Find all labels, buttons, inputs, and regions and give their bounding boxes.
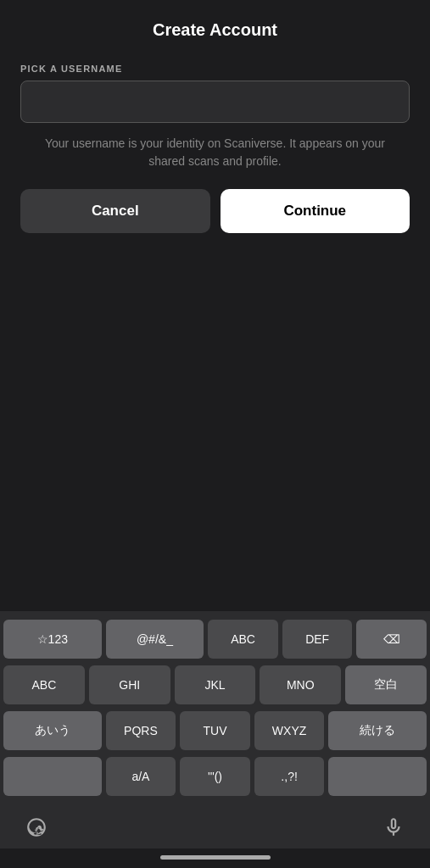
cancel-button[interactable]: Cancel	[20, 189, 210, 233]
header: Create Account	[0, 0, 430, 48]
key-tuv[interactable]: TUV	[180, 711, 250, 750]
field-label: PICK A USERNAME	[20, 64, 410, 74]
key-space-ja[interactable]: 空白	[345, 665, 427, 704]
key-abc[interactable]: ABC	[208, 620, 278, 659]
key-mno[interactable]: MNO	[260, 665, 341, 704]
key-punctuation[interactable]: '"()	[180, 757, 250, 796]
username-input[interactable]	[20, 81, 410, 123]
button-row: Cancel Continue	[0, 170, 430, 233]
key-dotcomma[interactable]: .,?!	[254, 757, 325, 796]
key-wxyz[interactable]: WXYZ	[254, 711, 325, 750]
home-indicator-bar	[0, 849, 430, 868]
key-aiueo[interactable]: あいう	[3, 711, 102, 750]
home-indicator	[160, 855, 271, 860]
key-ghi[interactable]: GHI	[89, 665, 170, 704]
form-area: PICK A USERNAME Your username is your id…	[0, 48, 430, 170]
key-special-chars[interactable]: @#/&_	[106, 620, 204, 659]
keyboard-row-3: あいう PQRS TUV WXYZ 続ける	[3, 711, 427, 750]
continue-button[interactable]: Continue	[221, 189, 410, 233]
key-case-toggle[interactable]: a/A	[106, 757, 176, 796]
page-title: Create Account	[153, 20, 277, 39]
keyboard: ☆123 @#/&_ ABC DEF ⌫ ABC GHI JKL MNO 空白 …	[0, 611, 430, 808]
hint-text: Your username is your identity on Scaniv…	[20, 135, 410, 170]
keyboard-row-2: ABC GHI JKL MNO 空白	[3, 665, 427, 704]
key-def[interactable]: DEF	[282, 620, 353, 659]
microphone-icon[interactable]	[383, 816, 405, 842]
keyboard-row-1: ☆123 @#/&_ ABC DEF ⌫	[3, 620, 427, 659]
key-placeholder-left	[3, 757, 102, 796]
bottom-bar	[0, 808, 430, 849]
key-placeholder-right	[328, 757, 427, 796]
key-pqrs[interactable]: PQRS	[106, 711, 176, 750]
key-jkl[interactable]: JKL	[175, 665, 256, 704]
globe-icon[interactable]	[25, 816, 47, 842]
delete-key[interactable]: ⌫	[356, 620, 427, 659]
key-abc2[interactable]: ABC	[3, 665, 85, 704]
keyboard-row-4: a/A '"() .,?!	[3, 757, 427, 796]
key-symbol-123[interactable]: ☆123	[3, 620, 102, 659]
key-continue-ja[interactable]: 続ける	[328, 711, 427, 750]
